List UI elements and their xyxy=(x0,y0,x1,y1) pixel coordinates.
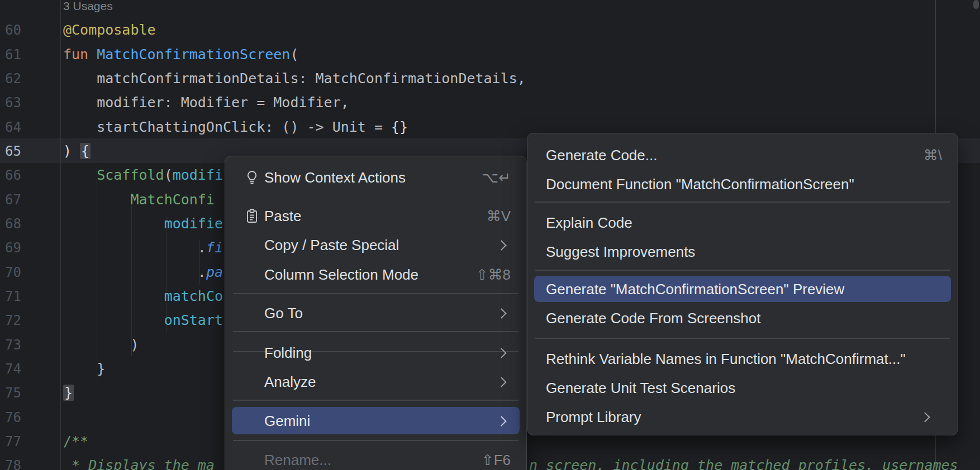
line-number[interactable]: 60 xyxy=(0,18,21,42)
menu-separator xyxy=(233,293,518,294)
line-number-current[interactable]: 65 xyxy=(0,139,21,164)
lambda-braces: {} xyxy=(391,119,408,135)
menu-item-shortcut: ⌘\ xyxy=(924,147,942,164)
code-line[interactable]: /** xyxy=(63,429,88,454)
punctuation: ) xyxy=(63,143,80,159)
extension-call: pa xyxy=(206,264,223,280)
menu-item-copy-paste-special[interactable]: Copy / Paste Special xyxy=(225,231,526,260)
code-line[interactable]: matchCo xyxy=(63,284,223,309)
composable-call: Scaffold xyxy=(97,167,164,183)
line-number[interactable]: 77 xyxy=(0,429,21,454)
line-number[interactable]: 68 xyxy=(0,212,21,236)
line-number[interactable]: 66 xyxy=(0,163,21,188)
code-line-current[interactable]: ) { xyxy=(63,139,91,164)
menu-item-label: Paste xyxy=(264,208,302,225)
menu-item-suggest-improvements[interactable]: Suggest Improvements xyxy=(527,237,958,266)
menu-item-prompt-library[interactable]: Prompt Library xyxy=(527,402,958,431)
menu-separator xyxy=(233,400,518,401)
code-line[interactable]: ) xyxy=(63,333,139,357)
menu-item-go-to[interactable]: Go To xyxy=(225,299,526,328)
menu-item-label: Show Context Actions xyxy=(264,169,406,186)
line-number[interactable]: 70 xyxy=(0,260,21,285)
menu-item-generate-code[interactable]: Generate Code... ⌘\ xyxy=(527,141,958,170)
code-line[interactable]: startChattingOnClick: () -> Unit = {} xyxy=(63,115,408,140)
menu-item-paste[interactable]: Paste ⌘V xyxy=(225,202,526,231)
chevron-right-icon xyxy=(496,240,506,250)
code-line-fragment[interactable]: n screen, including the matched profiles… xyxy=(529,453,958,470)
indent xyxy=(63,312,164,328)
function-name: MatchConfirmationScreen xyxy=(97,46,290,63)
menu-item-generate-unit-test-scenarios[interactable]: Generate Unit Test Scenarios xyxy=(527,373,958,402)
chevron-right-icon xyxy=(496,348,506,358)
line-number[interactable]: 75 xyxy=(0,381,21,405)
line-number[interactable]: 67 xyxy=(0,188,21,212)
code-line[interactable]: MatchConfi xyxy=(63,188,215,212)
clipboard-icon xyxy=(244,208,260,224)
indent xyxy=(63,288,164,304)
code-line[interactable]: matchConfirmationDetails: MatchConfirmat… xyxy=(63,66,526,91)
code-line[interactable]: modifie xyxy=(63,212,223,236)
menu-separator xyxy=(233,440,518,441)
menu-item-label: Copy / Paste Special xyxy=(264,237,399,254)
chevron-right-icon xyxy=(496,416,506,426)
menu-item-label: Folding xyxy=(264,344,312,362)
gemini-submenu: Generate Code... ⌘\ Document Function "M… xyxy=(527,133,958,435)
punctuation: ( xyxy=(164,167,173,183)
matched-brace: { xyxy=(80,143,91,159)
indent xyxy=(63,215,164,232)
menu-item-column-selection-mode[interactable]: Column Selection Mode ⇧⌘8 xyxy=(225,260,526,289)
indent: . xyxy=(63,239,206,256)
menu-item-show-context-actions[interactable]: Show Context Actions ⌥↵ xyxy=(225,163,526,192)
doc-comment: n screen, including the matched profiles… xyxy=(529,457,958,470)
usages-inlay-hint[interactable]: 3 Usages xyxy=(63,0,113,18)
menu-separator xyxy=(233,331,518,332)
code-line[interactable]: .pa xyxy=(63,260,223,285)
code-line[interactable]: onStart xyxy=(63,308,223,333)
editor-context-menu: Show Context Actions ⌥↵ Paste ⌘V Copy / … xyxy=(225,156,527,470)
gutter-separator xyxy=(60,0,61,470)
code-line[interactable]: * Displays the ma xyxy=(63,453,215,470)
line-number[interactable]: 64 xyxy=(0,115,21,140)
line-number[interactable]: 61 xyxy=(0,42,21,67)
menu-item-label: Go To xyxy=(264,305,303,322)
annotation: @Composable xyxy=(63,22,156,38)
menu-item-folding[interactable]: Folding xyxy=(225,338,526,367)
parameter-declaration: modifier: Modifier = Modifier, xyxy=(63,94,349,111)
code-line[interactable]: } xyxy=(63,381,74,405)
menu-item-shortcut: ⇧⌘8 xyxy=(476,266,511,284)
code-line[interactable]: modifier: Modifier = Modifier, xyxy=(63,90,349,115)
line-number[interactable]: 69 xyxy=(0,236,21,260)
menu-item-explain-code[interactable]: Explain Code xyxy=(527,208,958,237)
line-number[interactable]: 71 xyxy=(0,284,21,309)
line-number[interactable]: 72 xyxy=(0,308,21,333)
menu-item-generate-preview[interactable]: Generate "MatchConfirmationScreen" Previ… xyxy=(527,275,958,304)
scrollbar-thumb[interactable] xyxy=(973,0,979,9)
menu-item-rename[interactable]: Rename... ⇧F6 xyxy=(225,445,526,470)
line-number[interactable]: 73 xyxy=(0,333,21,357)
line-number[interactable]: 63 xyxy=(0,90,21,115)
code-line[interactable]: Scaffold(modifi xyxy=(63,163,223,188)
named-argument: modifi xyxy=(173,167,223,183)
code-line[interactable]: } xyxy=(63,357,105,381)
menu-item-document-function[interactable]: Document Function "MatchConfirmationScre… xyxy=(527,170,958,199)
line-number[interactable]: 62 xyxy=(0,66,21,91)
line-number[interactable]: 78 xyxy=(0,453,21,470)
menu-item-label: Explain Code xyxy=(546,214,632,232)
indent xyxy=(63,167,97,183)
menu-item-analyze[interactable]: Analyze xyxy=(225,367,526,396)
line-number[interactable]: 76 xyxy=(0,405,21,430)
named-argument: onStart xyxy=(164,312,223,328)
menu-item-label: Gemini xyxy=(264,413,310,430)
menu-item-label: Generate Code... xyxy=(546,147,657,164)
extension-call: fi xyxy=(206,239,223,256)
menu-item-gemini[interactable]: Gemini xyxy=(225,406,526,435)
code-line[interactable]: .fi xyxy=(63,236,223,260)
punctuation: ( xyxy=(290,46,298,63)
line-number[interactable]: 74 xyxy=(0,357,21,381)
menu-item-rethink-variable-names[interactable]: Rethink Variable Names in Function "Matc… xyxy=(527,344,958,373)
code-line[interactable]: fun MatchConfirmationScreen( xyxy=(63,42,298,67)
code-line[interactable]: @Composable xyxy=(63,18,156,42)
named-argument: modifie xyxy=(164,215,223,232)
menu-item-shortcut: ⇧F6 xyxy=(482,452,511,469)
menu-item-generate-code-from-screenshot[interactable]: Generate Code From Screenshot xyxy=(527,304,958,333)
